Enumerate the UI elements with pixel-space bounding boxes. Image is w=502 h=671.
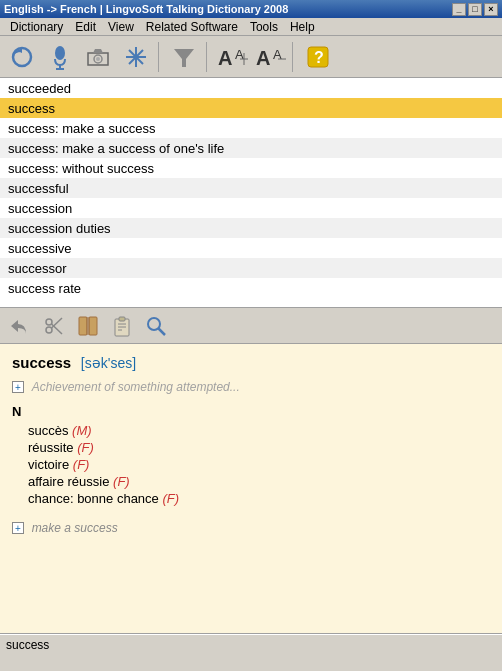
word-row-succession[interactable]: succession (0, 198, 502, 218)
word-row-succeeded[interactable]: succeeded (0, 78, 502, 98)
menu-view[interactable]: View (102, 19, 140, 35)
svg-line-35 (159, 328, 166, 335)
status-text: success (6, 638, 49, 652)
svg-text:A: A (256, 47, 270, 69)
svg-rect-26 (89, 317, 97, 335)
minimize-button[interactable]: _ (452, 3, 466, 16)
close-button[interactable]: × (484, 3, 498, 16)
main-toolbar: A A A A ? (0, 36, 502, 78)
toolbar-font-decrease-button[interactable]: A A (252, 40, 288, 74)
svg-text:?: ? (314, 49, 324, 66)
menu-bar: Dictionary Edit View Related Software To… (0, 18, 502, 36)
title-bar: English -> French | LingvoSoft Talking D… (0, 0, 502, 18)
definition-panel: success [sək'ses] + Achievement of somet… (0, 344, 502, 634)
translation-gender-2: (F) (77, 440, 94, 455)
make-a-success-label: make a success (32, 521, 118, 535)
menu-dictionary[interactable]: Dictionary (4, 19, 69, 35)
word-row-success-rate[interactable]: success rate (0, 278, 502, 298)
svg-point-21 (46, 319, 52, 325)
expand-icon-1[interactable]: + (12, 381, 24, 393)
translation-gender-4: (F) (113, 474, 130, 489)
bottom-search-button[interactable] (140, 312, 172, 340)
svg-text:A: A (218, 47, 232, 69)
svg-point-22 (46, 327, 52, 333)
svg-point-34 (148, 318, 160, 330)
bottom-scissors-button[interactable] (38, 312, 70, 340)
title-text: English -> French | LingvoSoft Talking D… (4, 3, 288, 15)
word-list[interactable]: succeeded success success: make a succes… (0, 78, 502, 308)
svg-rect-30 (119, 317, 125, 321)
translation-row-5: chance: bonne chance (F) (28, 491, 490, 506)
def-headword: success (12, 354, 71, 371)
word-row-success-without[interactable]: success: without success (0, 158, 502, 178)
word-row-success-make[interactable]: success: make a success (0, 118, 502, 138)
translation-gender-1-val: (M) (72, 423, 92, 438)
toolbar-favorite-button[interactable] (118, 40, 154, 74)
menu-tools[interactable]: Tools (244, 19, 284, 35)
toolbar-camera-button[interactable] (80, 40, 116, 74)
def-description: Achievement of something attempted... (32, 380, 240, 394)
translation-row-4: affaire réussie (F) (28, 474, 490, 489)
translation-row-3: victoire (F) (28, 457, 490, 472)
translation-gender-5: (F) (162, 491, 179, 506)
pos-label: N (12, 404, 490, 419)
toolbar-separator-1 (158, 42, 162, 72)
svg-text:A: A (273, 47, 282, 62)
word-row-success[interactable]: success (0, 98, 502, 118)
translation-word-2: réussite (28, 440, 74, 455)
word-row-successive[interactable]: successive (0, 238, 502, 258)
svg-marker-4 (93, 49, 103, 53)
definition-header: success [sək'ses] (12, 354, 490, 371)
menu-help[interactable]: Help (284, 19, 321, 35)
menu-edit[interactable]: Edit (69, 19, 102, 35)
word-row-succession-duties[interactable]: succession duties (0, 218, 502, 238)
expand-icon-2[interactable]: + (12, 522, 24, 534)
toolbar-tts-button[interactable] (42, 40, 78, 74)
translation-row-2: réussite (F) (28, 440, 490, 455)
translation-word-5: chance: bonne chance (28, 491, 159, 506)
word-row-success-life[interactable]: success: make a success of one's life (0, 138, 502, 158)
svg-line-24 (52, 318, 63, 328)
menu-related-software[interactable]: Related Software (140, 19, 244, 35)
svg-point-1 (55, 46, 65, 60)
make-a-success-row[interactable]: + make a success (12, 520, 490, 535)
svg-text:A: A (235, 47, 244, 62)
svg-rect-25 (79, 317, 87, 335)
translation-word-4: affaire réussie (28, 474, 109, 489)
toolbar-font-increase-button[interactable]: A A (214, 40, 250, 74)
maximize-button[interactable]: □ (468, 3, 482, 16)
toolbar-help-button[interactable]: ? (300, 40, 336, 74)
svg-point-6 (96, 57, 100, 61)
toolbar-refresh-button[interactable] (4, 40, 40, 74)
toolbar-filter-button[interactable] (166, 40, 202, 74)
translation-row-1: succès (M) (28, 423, 490, 438)
toolbar-separator-3 (292, 42, 296, 72)
bottom-back-button[interactable] (4, 312, 36, 340)
bottom-book-button[interactable] (72, 312, 104, 340)
status-bar: success (0, 634, 502, 654)
def-pronunciation: [sək'ses] (81, 355, 136, 371)
word-row-successor[interactable]: successor (0, 258, 502, 278)
toolbar-separator-2 (206, 42, 210, 72)
definition-description-row[interactable]: + Achievement of something attempted... (12, 379, 490, 394)
translation-word-1: succès (28, 423, 68, 438)
bottom-clipboard-button[interactable] (106, 312, 138, 340)
title-buttons: _ □ × (452, 3, 498, 16)
translation-gender-3: (F) (73, 457, 90, 472)
bottom-toolbar (0, 308, 502, 344)
svg-marker-11 (174, 49, 194, 67)
translation-word-3: victoire (28, 457, 69, 472)
word-row-successful[interactable]: successful (0, 178, 502, 198)
